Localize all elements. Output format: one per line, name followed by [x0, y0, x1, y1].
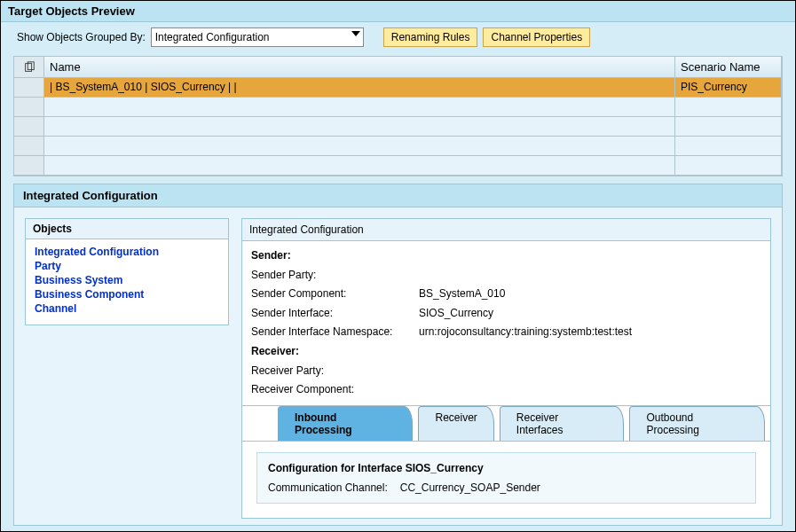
- comm-channel-label: Communication Channel:: [268, 481, 388, 494]
- tab-content: Configuration for Interface SIOS_Currenc…: [242, 442, 770, 518]
- table-row[interactable]: [14, 98, 782, 117]
- copy-icon[interactable]: [14, 57, 44, 77]
- col-scenario[interactable]: Scenario Name: [675, 57, 782, 77]
- receiver-heading: Receiver:: [251, 342, 761, 362]
- sender-party-label: Sender Party:: [251, 266, 415, 286]
- row-handle[interactable]: [14, 137, 44, 155]
- row-handle[interactable]: [14, 98, 44, 116]
- object-link-party[interactable]: Party: [35, 259, 219, 273]
- cell-scenario: [675, 137, 782, 155]
- object-link-integrated-configuration[interactable]: Integrated Configuration: [35, 245, 219, 259]
- tab-receiver-interfaces[interactable]: Receiver Interfaces: [500, 406, 625, 441]
- object-link-business-component[interactable]: Business Component: [35, 287, 219, 301]
- cell-name: [44, 137, 675, 155]
- objects-title: Objects: [26, 219, 228, 239]
- section-title: Integrated Configuration: [13, 184, 783, 207]
- detail-body: Sender: Sender Party: Sender Component:B…: [242, 241, 770, 406]
- cell-scenario: PIS_Currency: [675, 78, 782, 97]
- toolbar: Show Objects Grouped By: Integrated Conf…: [1, 22, 795, 56]
- config-box-title: Configuration for Interface SIOS_Currenc…: [268, 462, 745, 474]
- sender-interface-value: SIOS_Currency: [419, 304, 493, 324]
- receiver-component-label: Receiver Component:: [251, 380, 415, 400]
- row-handle[interactable]: [14, 78, 44, 97]
- cell-name: [44, 117, 675, 136]
- row-handle[interactable]: [14, 156, 44, 175]
- tabs: Inbound Processing Receiver Receiver Int…: [242, 406, 770, 442]
- row-handle[interactable]: [14, 117, 44, 136]
- sender-interface-label: Sender Interface:: [251, 304, 415, 324]
- sender-ns-label: Sender Interface Namespace:: [251, 323, 415, 342]
- group-by-select[interactable]: Integrated Configuration: [151, 27, 364, 47]
- cell-scenario: [675, 98, 782, 116]
- comm-channel-value: CC_Currency_SOAP_Sender: [400, 481, 540, 494]
- col-name[interactable]: Name: [44, 57, 675, 77]
- section-body: Objects Integrated Configuration Party B…: [13, 207, 783, 526]
- sender-component-value: BS_SystemA_010: [419, 285, 505, 304]
- renaming-rules-button[interactable]: Renaming Rules: [383, 27, 478, 47]
- channel-properties-button[interactable]: Channel Properties: [483, 27, 590, 47]
- sender-heading: Sender:: [251, 246, 761, 266]
- cell-scenario: [675, 156, 782, 175]
- table-row[interactable]: [14, 137, 782, 156]
- receiver-party-label: Receiver Party:: [251, 362, 415, 381]
- config-box: Configuration for Interface SIOS_Currenc…: [256, 452, 756, 504]
- table-row[interactable]: [14, 117, 782, 137]
- cell-name: [44, 98, 675, 116]
- sender-component-label: Sender Component:: [251, 285, 415, 304]
- panel-title: Target Objects Preview: [1, 1, 795, 22]
- tab-inbound-processing[interactable]: Inbound Processing: [278, 406, 413, 441]
- detail-panel: Integrated Configuration Sender: Sender …: [241, 218, 771, 519]
- table-row[interactable]: [14, 156, 782, 176]
- objects-panel: Objects Integrated Configuration Party B…: [25, 218, 229, 325]
- tab-receiver[interactable]: Receiver: [418, 406, 493, 441]
- object-link-business-system[interactable]: Business System: [35, 273, 219, 287]
- group-by-label: Show Objects Grouped By:: [17, 31, 146, 43]
- cell-name: | BS_SystemA_010 | SIOS_Currency | |: [44, 78, 675, 97]
- grid: Name Scenario Name | BS_SystemA_010 | SI…: [13, 56, 783, 176]
- sender-ns-value: urn:rojoconsultancy:training:systemb:tes…: [419, 323, 632, 342]
- tab-outbound-processing[interactable]: Outbound Processing: [629, 406, 765, 441]
- cell-name: [44, 156, 675, 175]
- table-row[interactable]: | BS_SystemA_010 | SIOS_Currency | | PIS…: [14, 78, 782, 98]
- detail-title: Integrated Configuration: [242, 219, 770, 241]
- object-link-channel[interactable]: Channel: [35, 301, 219, 316]
- cell-scenario: [675, 117, 782, 136]
